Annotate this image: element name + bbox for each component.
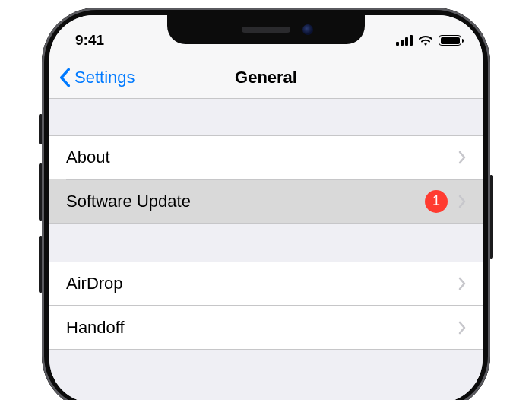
battery-icon xyxy=(439,35,461,46)
status-right xyxy=(396,35,461,46)
chevron-right-icon xyxy=(458,321,466,335)
navigation-bar: Settings General xyxy=(49,56,483,99)
cell-label: AirDrop xyxy=(66,274,458,294)
chevron-right-icon xyxy=(458,151,466,164)
page-title: General xyxy=(235,68,297,87)
chevron-left-icon xyxy=(59,68,71,87)
group-spacer xyxy=(49,224,483,262)
settings-list[interactable]: About Software Update 1 AirDrop xyxy=(49,99,483,400)
front-camera xyxy=(302,24,313,35)
cell-about[interactable]: About xyxy=(49,135,483,179)
earpiece-speaker xyxy=(242,27,290,33)
status-time: 9:41 xyxy=(75,32,104,49)
device-bezel: 9:41 S xyxy=(42,8,490,400)
cell-label: About xyxy=(66,148,458,167)
chevron-right-icon xyxy=(458,277,466,290)
cellular-signal-icon xyxy=(396,35,413,46)
wifi-icon xyxy=(418,35,433,46)
cell-airdrop[interactable]: AirDrop xyxy=(49,262,483,306)
cell-software-update[interactable]: Software Update 1 xyxy=(49,179,483,224)
back-button[interactable]: Settings xyxy=(59,68,135,87)
iphone-device-frame: 9:41 S xyxy=(42,8,490,400)
chevron-right-icon xyxy=(458,195,466,208)
back-button-label: Settings xyxy=(74,68,135,87)
notification-badge: 1 xyxy=(425,190,448,213)
cell-label: Handoff xyxy=(66,318,458,338)
cell-handoff[interactable]: Handoff xyxy=(49,306,483,350)
group-spacer xyxy=(49,99,483,135)
notch xyxy=(167,15,365,44)
screen: 9:41 S xyxy=(49,15,483,400)
cell-label: Software Update xyxy=(66,192,425,211)
